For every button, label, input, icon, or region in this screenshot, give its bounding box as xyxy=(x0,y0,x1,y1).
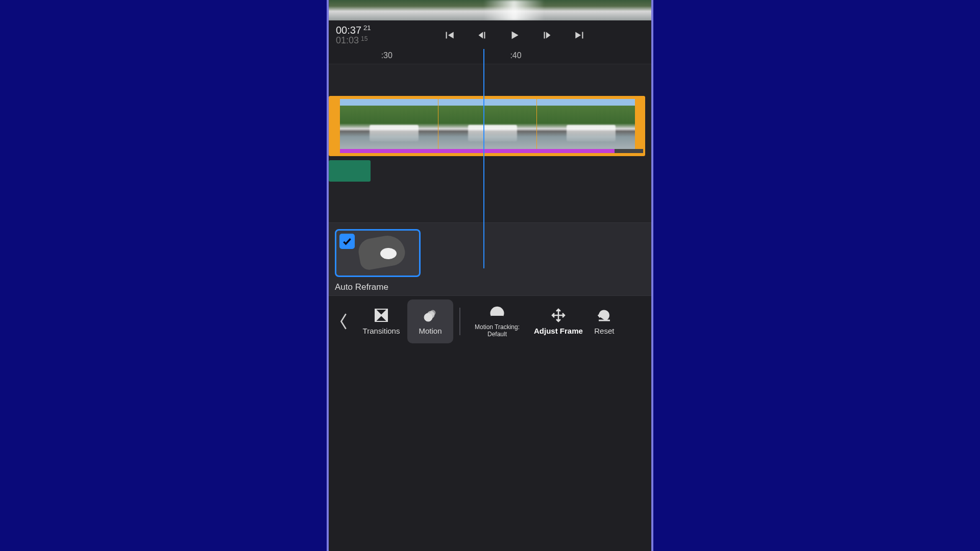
tool-label: Reset xyxy=(594,327,614,335)
ruler-mark: :40 xyxy=(510,51,521,60)
move-icon xyxy=(550,307,567,323)
audio-clip[interactable] xyxy=(329,160,371,182)
clip-audio-lane xyxy=(340,149,615,153)
timecode-total: 01:0315 xyxy=(336,36,382,46)
auto-reframe-tile[interactable] xyxy=(335,229,421,277)
tool-label: Transitions xyxy=(363,327,400,335)
bottom-toolbar: Transitions Motion Motion Tracking:Defau… xyxy=(329,295,651,346)
transport-controls xyxy=(385,28,644,42)
play-button[interactable] xyxy=(507,28,522,42)
ruler-mark: :30 xyxy=(381,51,393,60)
video-clip[interactable] xyxy=(329,96,645,156)
timecode-display: 00:3721 01:0315 xyxy=(336,24,382,46)
gauge-icon xyxy=(489,305,505,321)
playhead[interactable] xyxy=(483,49,484,268)
checkmark-icon xyxy=(339,234,355,249)
app-screen: 00:3721 01:0315 :30 :40 xyxy=(327,0,653,551)
timeline[interactable] xyxy=(329,64,651,222)
clip-thumbnail xyxy=(438,99,536,153)
clip-thumbnails xyxy=(340,99,643,153)
tool-label: Motion Tracking:Default xyxy=(475,324,520,337)
skip-end-button[interactable] xyxy=(573,28,587,42)
video-preview[interactable] xyxy=(329,0,651,20)
timeline-ruler[interactable]: :30 :40 xyxy=(329,49,651,64)
tool-motion-tracking[interactable]: Motion Tracking:Default xyxy=(467,299,528,343)
clip-audio-tail xyxy=(615,149,643,153)
motion-icon xyxy=(422,307,438,323)
auto-reframe-icon xyxy=(369,231,419,276)
toolbar-divider xyxy=(459,308,460,335)
tool-adjust-frame[interactable]: Adjust Frame xyxy=(531,299,586,343)
tool-reset[interactable]: Reset xyxy=(589,299,620,343)
tool-motion[interactable]: Motion xyxy=(407,299,453,343)
step-forward-button[interactable] xyxy=(540,28,554,42)
transitions-icon xyxy=(373,307,389,323)
timecode-current: 00:3721 xyxy=(336,24,382,36)
back-button[interactable] xyxy=(333,301,355,342)
step-back-button[interactable] xyxy=(475,28,489,42)
clip-thumbnail xyxy=(340,99,438,153)
auto-reframe-label: Auto Reframe xyxy=(335,282,645,292)
effect-options: Auto Reframe xyxy=(329,222,651,295)
svg-point-3 xyxy=(430,310,435,315)
skip-start-button[interactable] xyxy=(442,28,456,42)
tool-label: Adjust Frame xyxy=(534,327,583,335)
transport-bar: 00:3721 01:0315 xyxy=(329,20,651,49)
clip-thumbnail xyxy=(537,99,635,153)
tool-transitions[interactable]: Transitions xyxy=(358,299,404,343)
undo-icon xyxy=(596,307,612,323)
tool-label: Motion xyxy=(419,327,442,335)
